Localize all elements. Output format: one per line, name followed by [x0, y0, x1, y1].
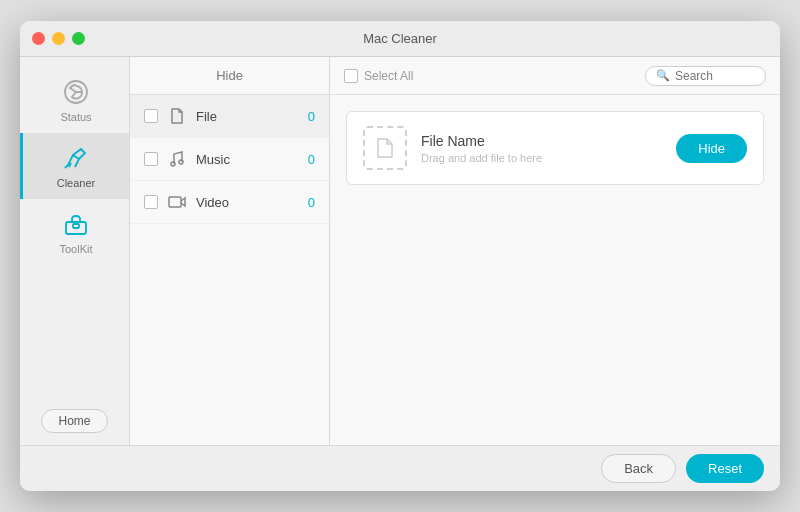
svg-point-4: [171, 162, 175, 166]
sidebar-item-cleaner-label: Cleaner: [57, 177, 96, 189]
svg-point-5: [179, 160, 183, 164]
bottom-bar: Back Reset: [20, 445, 780, 491]
sidebar: Status Cleaner: [20, 57, 130, 445]
window-title: Mac Cleaner: [363, 31, 437, 46]
close-button[interactable]: [32, 32, 45, 45]
file-name: File Name: [421, 133, 662, 149]
music-checkbox[interactable]: [144, 152, 158, 166]
home-button[interactable]: Home: [41, 409, 107, 433]
right-panel: Select All 🔍 File Name: [330, 57, 780, 445]
file-icon: [168, 107, 186, 125]
file-card: File Name Drag and add file to here Hide: [346, 111, 764, 185]
music-icon: [168, 150, 186, 168]
search-box[interactable]: 🔍: [645, 66, 766, 86]
sidebar-item-toolkit-label: ToolKit: [59, 243, 92, 255]
right-content: File Name Drag and add file to here Hide: [330, 95, 780, 445]
category-item-music[interactable]: Music 0: [130, 138, 329, 181]
status-icon: [61, 77, 91, 107]
category-item-video[interactable]: Video 0: [130, 181, 329, 224]
reset-button[interactable]: Reset: [686, 454, 764, 483]
select-all-label: Select All: [364, 69, 413, 83]
main-content: Status Cleaner: [20, 57, 780, 445]
category-item-video-label: Video: [196, 195, 298, 210]
video-icon: [168, 193, 186, 211]
main-window: Mac Cleaner Status: [20, 21, 780, 491]
category-item-video-count: 0: [308, 195, 315, 210]
traffic-lights: [32, 32, 85, 45]
category-panel: Hide File 0: [130, 57, 330, 445]
cleaner-icon: [61, 143, 91, 173]
category-item-music-label: Music: [196, 152, 298, 167]
select-all-area[interactable]: Select All: [344, 69, 413, 83]
select-all-checkbox[interactable]: [344, 69, 358, 83]
sidebar-item-toolkit[interactable]: ToolKit: [20, 199, 129, 265]
sidebar-item-status[interactable]: Status: [20, 67, 129, 133]
minimize-button[interactable]: [52, 32, 65, 45]
svg-rect-6: [169, 197, 181, 207]
right-header: Select All 🔍: [330, 57, 780, 95]
titlebar: Mac Cleaner: [20, 21, 780, 57]
hide-button[interactable]: Hide: [676, 134, 747, 163]
search-input[interactable]: [675, 69, 755, 83]
category-header: Hide: [130, 57, 329, 95]
file-thumbnail: [363, 126, 407, 170]
svg-rect-3: [73, 224, 79, 228]
sidebar-item-status-label: Status: [60, 111, 91, 123]
category-item-file-count: 0: [308, 109, 315, 124]
file-info: File Name Drag and add file to here: [421, 133, 662, 164]
file-checkbox[interactable]: [144, 109, 158, 123]
video-checkbox[interactable]: [144, 195, 158, 209]
category-item-file[interactable]: File 0: [130, 95, 329, 138]
maximize-button[interactable]: [72, 32, 85, 45]
file-hint: Drag and add file to here: [421, 152, 662, 164]
toolkit-icon: [61, 209, 91, 239]
category-item-file-label: File: [196, 109, 298, 124]
back-button[interactable]: Back: [601, 454, 676, 483]
search-icon: 🔍: [656, 69, 670, 82]
category-item-music-count: 0: [308, 152, 315, 167]
sidebar-item-cleaner[interactable]: Cleaner: [20, 133, 129, 199]
